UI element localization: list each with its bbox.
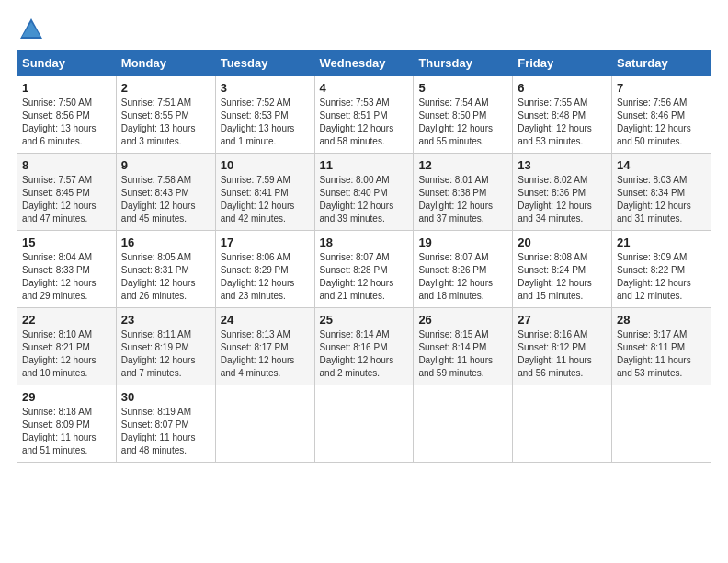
day-number: 12 <box>418 158 507 172</box>
day-number: 21 <box>617 236 706 249</box>
day-cell-21: 21 Sunrise: 8:09 AMSunset: 8:22 PMDaylig… <box>612 231 711 308</box>
day-cell-15: 15 Sunrise: 8:04 AMSunset: 8:33 PMDaylig… <box>17 231 117 308</box>
day-number: 6 <box>518 81 607 95</box>
day-detail: Sunrise: 8:08 AMSunset: 8:24 PMDaylight:… <box>518 252 592 301</box>
day-number: 24 <box>221 313 310 327</box>
logo-icon <box>18 17 44 42</box>
day-cell-6: 6 Sunrise: 7:55 AMSunset: 8:48 PMDayligh… <box>513 76 612 154</box>
day-cell-3: 3 Sunrise: 7:52 AMSunset: 8:53 PMDayligh… <box>215 76 314 154</box>
day-cell-24: 24 Sunrise: 8:13 AMSunset: 8:17 PMDaylig… <box>215 308 314 385</box>
day-number: 4 <box>320 81 409 95</box>
day-cell-18: 18 Sunrise: 8:07 AMSunset: 8:28 PMDaylig… <box>314 231 414 308</box>
day-number: 25 <box>320 313 409 327</box>
day-cell-7: 7 Sunrise: 7:56 AMSunset: 8:46 PMDayligh… <box>612 76 711 154</box>
day-detail: Sunrise: 7:57 AMSunset: 8:45 PMDaylight:… <box>22 175 97 224</box>
day-detail: Sunrise: 7:56 AMSunset: 8:46 PMDaylight:… <box>617 98 691 146</box>
day-detail: Sunrise: 8:03 AMSunset: 8:34 PMDaylight:… <box>617 175 691 224</box>
day-number: 15 <box>22 236 111 249</box>
day-detail: Sunrise: 8:11 AMSunset: 8:19 PMDaylight:… <box>121 329 196 378</box>
day-number: 1 <box>22 81 111 95</box>
day-cell-12: 12 Sunrise: 8:01 AMSunset: 8:38 PMDaylig… <box>414 154 513 231</box>
day-number: 27 <box>518 313 607 327</box>
day-number: 18 <box>320 236 409 249</box>
day-detail: Sunrise: 7:52 AMSunset: 8:53 PMDaylight:… <box>221 98 295 146</box>
day-cell-20: 20 Sunrise: 8:08 AMSunset: 8:24 PMDaylig… <box>513 231 612 308</box>
day-number: 22 <box>22 313 111 327</box>
week-row-4: 22 Sunrise: 8:10 AMSunset: 8:21 PMDaylig… <box>17 308 711 385</box>
day-number: 7 <box>617 81 706 95</box>
day-detail: Sunrise: 8:14 AMSunset: 8:16 PMDaylight:… <box>320 329 394 378</box>
week-row-2: 8 Sunrise: 7:57 AMSunset: 8:45 PMDayligh… <box>17 154 711 231</box>
day-detail: Sunrise: 8:13 AMSunset: 8:17 PMDaylight:… <box>221 329 295 378</box>
day-number: 13 <box>518 158 607 172</box>
day-number: 20 <box>518 236 607 249</box>
empty-cell <box>612 385 711 463</box>
weekday-header-row: SundayMondayTuesdayWednesdayThursdayFrid… <box>17 51 711 76</box>
day-detail: Sunrise: 8:17 AMSunset: 8:11 PMDaylight:… <box>617 329 691 378</box>
day-cell-13: 13 Sunrise: 8:02 AMSunset: 8:36 PMDaylig… <box>513 154 612 231</box>
day-detail: Sunrise: 8:04 AMSunset: 8:33 PMDaylight:… <box>22 252 97 301</box>
day-cell-2: 2 Sunrise: 7:51 AMSunset: 8:55 PMDayligh… <box>116 76 215 154</box>
day-cell-28: 28 Sunrise: 8:17 AMSunset: 8:11 PMDaylig… <box>612 308 711 385</box>
day-number: 17 <box>221 236 310 249</box>
day-cell-22: 22 Sunrise: 8:10 AMSunset: 8:21 PMDaylig… <box>17 308 117 385</box>
week-row-3: 15 Sunrise: 8:04 AMSunset: 8:33 PMDaylig… <box>17 231 711 308</box>
day-number: 26 <box>418 313 507 327</box>
day-cell-17: 17 Sunrise: 8:06 AMSunset: 8:29 PMDaylig… <box>215 231 314 308</box>
weekday-header-sunday: Sunday <box>17 51 117 76</box>
week-row-1: 1 Sunrise: 7:50 AMSunset: 8:56 PMDayligh… <box>17 76 711 154</box>
day-cell-16: 16 Sunrise: 8:05 AMSunset: 8:31 PMDaylig… <box>116 231 215 308</box>
day-number: 28 <box>617 313 706 327</box>
header <box>17 17 711 42</box>
day-detail: Sunrise: 7:50 AMSunset: 8:56 PMDaylight:… <box>22 98 97 146</box>
day-cell-5: 5 Sunrise: 7:54 AMSunset: 8:50 PMDayligh… <box>414 76 513 154</box>
weekday-header-monday: Monday <box>116 51 215 76</box>
day-number: 14 <box>617 158 706 172</box>
day-number: 11 <box>320 158 409 172</box>
day-number: 3 <box>221 81 310 95</box>
day-cell-29: 29 Sunrise: 8:18 AMSunset: 8:09 PMDaylig… <box>17 385 117 463</box>
svg-marker-1 <box>22 22 40 37</box>
week-row-5: 29 Sunrise: 8:18 AMSunset: 8:09 PMDaylig… <box>17 385 711 463</box>
logo <box>17 17 44 42</box>
day-number: 19 <box>418 236 507 249</box>
day-cell-30: 30 Sunrise: 8:19 AMSunset: 8:07 PMDaylig… <box>116 385 215 463</box>
weekday-header-tuesday: Tuesday <box>215 51 314 76</box>
weekday-header-saturday: Saturday <box>612 51 711 76</box>
day-detail: Sunrise: 8:02 AMSunset: 8:36 PMDaylight:… <box>518 175 592 224</box>
day-number: 5 <box>418 81 507 95</box>
day-number: 8 <box>22 158 111 172</box>
calendar-table: SundayMondayTuesdayWednesdayThursdayFrid… <box>17 50 711 463</box>
day-detail: Sunrise: 8:10 AMSunset: 8:21 PMDaylight:… <box>22 329 97 378</box>
day-cell-8: 8 Sunrise: 7:57 AMSunset: 8:45 PMDayligh… <box>17 154 117 231</box>
day-detail: Sunrise: 8:15 AMSunset: 8:14 PMDaylight:… <box>418 329 493 378</box>
day-cell-4: 4 Sunrise: 7:53 AMSunset: 8:51 PMDayligh… <box>314 76 414 154</box>
day-detail: Sunrise: 7:53 AMSunset: 8:51 PMDaylight:… <box>320 98 394 146</box>
day-number: 9 <box>121 158 210 172</box>
empty-cell <box>414 385 513 463</box>
day-number: 29 <box>22 390 111 404</box>
day-detail: Sunrise: 7:55 AMSunset: 8:48 PMDaylight:… <box>518 98 592 146</box>
day-detail: Sunrise: 7:54 AMSunset: 8:50 PMDaylight:… <box>418 98 493 146</box>
day-number: 10 <box>221 158 310 172</box>
day-detail: Sunrise: 8:06 AMSunset: 8:29 PMDaylight:… <box>221 252 295 301</box>
day-cell-25: 25 Sunrise: 8:14 AMSunset: 8:16 PMDaylig… <box>314 308 414 385</box>
day-cell-14: 14 Sunrise: 8:03 AMSunset: 8:34 PMDaylig… <box>612 154 711 231</box>
weekday-header-thursday: Thursday <box>414 51 513 76</box>
day-cell-26: 26 Sunrise: 8:15 AMSunset: 8:14 PMDaylig… <box>414 308 513 385</box>
day-detail: Sunrise: 8:18 AMSunset: 8:09 PMDaylight:… <box>22 407 97 455</box>
day-cell-19: 19 Sunrise: 8:07 AMSunset: 8:26 PMDaylig… <box>414 231 513 308</box>
empty-cell <box>215 385 314 463</box>
day-number: 30 <box>121 390 210 404</box>
day-detail: Sunrise: 7:51 AMSunset: 8:55 PMDaylight:… <box>121 98 196 146</box>
day-cell-11: 11 Sunrise: 8:00 AMSunset: 8:40 PMDaylig… <box>314 154 414 231</box>
day-detail: Sunrise: 7:58 AMSunset: 8:43 PMDaylight:… <box>121 175 196 224</box>
empty-cell <box>314 385 414 463</box>
day-detail: Sunrise: 8:07 AMSunset: 8:28 PMDaylight:… <box>320 252 394 301</box>
day-cell-27: 27 Sunrise: 8:16 AMSunset: 8:12 PMDaylig… <box>513 308 612 385</box>
weekday-header-friday: Friday <box>513 51 612 76</box>
day-cell-1: 1 Sunrise: 7:50 AMSunset: 8:56 PMDayligh… <box>17 76 117 154</box>
day-number: 23 <box>121 313 210 327</box>
day-cell-9: 9 Sunrise: 7:58 AMSunset: 8:43 PMDayligh… <box>116 154 215 231</box>
day-detail: Sunrise: 8:16 AMSunset: 8:12 PMDaylight:… <box>518 329 592 378</box>
